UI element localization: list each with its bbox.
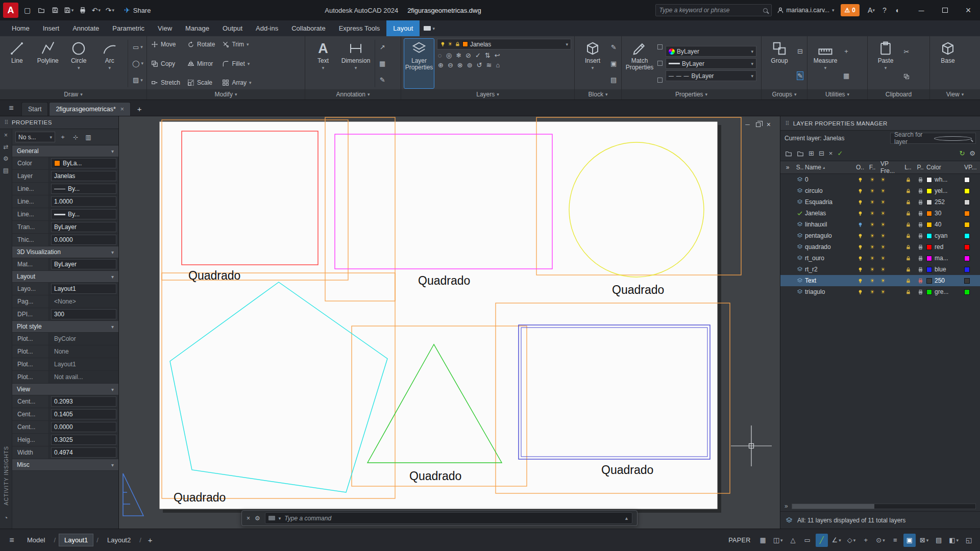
new-group-filter-icon[interactable] xyxy=(797,150,804,157)
autodesk-assistant-icon[interactable]: A▾ xyxy=(865,4,878,17)
group-button[interactable]: Group xyxy=(765,39,794,88)
property-value[interactable]: ByLayer xyxy=(51,222,116,232)
units-icon[interactable]: ⊠▾ xyxy=(918,534,930,547)
hatch-tool-icon[interactable]: ▨▾ xyxy=(133,76,143,84)
layer-freeze-icon[interactable]: ☀ xyxy=(866,199,878,205)
circle-button[interactable]: Circle▾ xyxy=(65,39,92,88)
property-value[interactable]: 0.4974 xyxy=(51,447,116,458)
layer-vp-freeze-icon[interactable]: ☀ xyxy=(878,199,902,205)
layer-name[interactable]: rt_r2 xyxy=(805,266,854,273)
layer-vp-color-cell[interactable] xyxy=(964,233,980,239)
layer-lock-icon[interactable] xyxy=(902,289,914,295)
layer-plot-icon[interactable] xyxy=(914,188,926,194)
section-header[interactable]: Layout▾ xyxy=(12,271,118,283)
new-layer-vp-icon[interactable]: ⊟ xyxy=(819,149,824,157)
layer-freeze-icon[interactable]: ☀ xyxy=(866,289,878,295)
layer-name[interactable]: pentagulo xyxy=(805,232,854,239)
layer-vp-color-cell[interactable] xyxy=(964,188,980,194)
property-value[interactable]: ByColor xyxy=(51,334,116,344)
section-header[interactable]: Misc▾ xyxy=(12,459,118,471)
label-yellow-circle[interactable]: Quadrado xyxy=(612,283,664,296)
expand-panel-icon[interactable]: » xyxy=(785,503,788,510)
viewport-minimize-icon[interactable]: ─ xyxy=(745,121,750,128)
tab-model[interactable]: Model xyxy=(22,534,50,546)
layer-vp-freeze-icon[interactable]: ☀ xyxy=(878,289,902,295)
section-header[interactable]: 3D Visualization▾ xyxy=(12,246,118,258)
layer-name[interactable]: linhauxil xyxy=(805,221,854,228)
object-color-dropdown[interactable]: ByLayer▾ xyxy=(666,46,756,57)
utilities-panel-label[interactable]: Utilities▾ xyxy=(807,89,867,99)
layer-vp-freeze-icon[interactable]: ☀ xyxy=(878,177,902,183)
tab-layout1[interactable]: Layout1 xyxy=(59,534,93,546)
text-button[interactable]: AText▾ xyxy=(308,39,338,88)
ribbon-tab-collaborate[interactable]: Collaborate xyxy=(285,20,332,36)
layer-on-bulb-icon[interactable] xyxy=(854,278,866,284)
open-file-icon[interactable] xyxy=(34,3,48,17)
layer-row[interactable]: Text ☀ ☀ 250 xyxy=(780,275,980,286)
layer-search-icon[interactable] xyxy=(934,136,972,141)
layer-walk-icon[interactable]: ⊕ xyxy=(438,61,444,69)
layer-freeze-icon[interactable]: ☀ xyxy=(866,222,878,228)
layer-h-scrollbar[interactable] xyxy=(792,504,976,509)
command-input[interactable]: ▾ Type a command ▲ xyxy=(265,512,632,524)
property-value[interactable]: 1.0000 xyxy=(51,196,116,207)
ribbon-tab-add-ins[interactable]: Add-ins xyxy=(249,20,285,36)
layer-color-cell[interactable]: wh... xyxy=(926,176,964,183)
layer-on-bulb-icon[interactable] xyxy=(854,188,866,194)
ribbon-tab-view[interactable]: View xyxy=(151,20,179,36)
layer-name[interactable]: Text xyxy=(805,277,854,284)
ribbon-tab-insert[interactable]: Insert xyxy=(36,20,66,36)
property-value[interactable]: None xyxy=(51,346,116,357)
ellipse-tool-icon[interactable]: ◯▾ xyxy=(132,60,143,67)
insert-button[interactable]: Insert▾ xyxy=(578,39,607,88)
layer-on-bulb-icon[interactable] xyxy=(854,177,866,183)
layer-color-cell[interactable]: 30 xyxy=(926,210,964,217)
modify-panel-label[interactable]: Modify▾ xyxy=(147,89,305,99)
layer-plot-icon[interactable] xyxy=(914,267,926,272)
layer-row[interactable]: rt_r2 ☀ ☀ blue xyxy=(780,264,980,275)
layer-name[interactable]: Esquadria xyxy=(805,198,854,206)
layer-states-icon[interactable]: ⌂ xyxy=(496,61,500,69)
maximize-button[interactable] xyxy=(933,0,957,20)
base-button[interactable]: Base xyxy=(933,39,963,88)
copy-clip-icon[interactable] xyxy=(903,73,910,80)
layer-vp-color-cell[interactable] xyxy=(964,256,980,261)
search-input[interactable]: Type a keyword or phrase xyxy=(655,4,772,16)
annotation-panel-label[interactable]: Annotation▾ xyxy=(305,89,401,99)
command-history-icon[interactable]: ▲ xyxy=(624,516,629,521)
properties-panel-label[interactable]: Properties▾ xyxy=(622,89,761,99)
layer-lock-icon[interactable] xyxy=(902,256,914,261)
property-value[interactable]: 0.2093 xyxy=(51,396,116,407)
osnap-icon[interactable]: ⊙▾ xyxy=(874,534,887,547)
layer-plot-icon[interactable] xyxy=(914,222,926,228)
property-value[interactable]: Janelas xyxy=(51,171,116,181)
layer-name[interactable]: quadrado xyxy=(805,243,854,251)
rotate-button[interactable]: Rotate xyxy=(187,41,215,48)
layer-vp-freeze-icon[interactable]: ☀ xyxy=(878,267,902,272)
layer-vp-color-cell[interactable] xyxy=(964,222,980,228)
label-red-square[interactable]: Quadrado xyxy=(188,269,240,282)
layer-vp-freeze-icon[interactable]: ☀ xyxy=(878,222,902,228)
help-icon[interactable]: ? xyxy=(878,4,891,17)
layer-color-cell[interactable]: gre... xyxy=(926,288,964,295)
mirror-button[interactable]: Mirror xyxy=(187,60,215,67)
layer-name[interactable]: rt_ouro xyxy=(805,255,854,262)
layer-vp-freeze-icon[interactable]: ☀ xyxy=(878,188,902,194)
ribbon-tab-layout[interactable]: Layout xyxy=(386,20,420,36)
text-style-icon[interactable]: ✎ xyxy=(380,76,385,84)
layer-row[interactable]: rt_ouro ☀ ☀ ma... xyxy=(780,253,980,264)
layer-search-input[interactable]: Search for layer xyxy=(890,133,976,144)
layer-plot-icon[interactable] xyxy=(914,177,926,183)
customize-command-icon[interactable]: ⚙ xyxy=(255,515,260,522)
search-icon[interactable] xyxy=(763,8,768,13)
layer-on-bulb-icon[interactable] xyxy=(854,211,866,216)
layer-vp-freeze-icon[interactable]: ☀ xyxy=(878,256,902,261)
layer-color-cell[interactable]: cyan xyxy=(926,232,964,239)
theme-icon[interactable]: ◐ xyxy=(891,4,904,17)
line-button[interactable]: Line xyxy=(3,39,31,88)
account-button[interactable]: mariana.i.carv...▾ xyxy=(777,7,835,14)
property-value[interactable]: ByLayer xyxy=(51,259,116,269)
activity-insights-icon[interactable]: ◔ xyxy=(4,514,8,521)
quick-calc-icon[interactable]: ▦ xyxy=(843,72,849,80)
snap-icon[interactable]: ◫▾ xyxy=(771,534,785,547)
